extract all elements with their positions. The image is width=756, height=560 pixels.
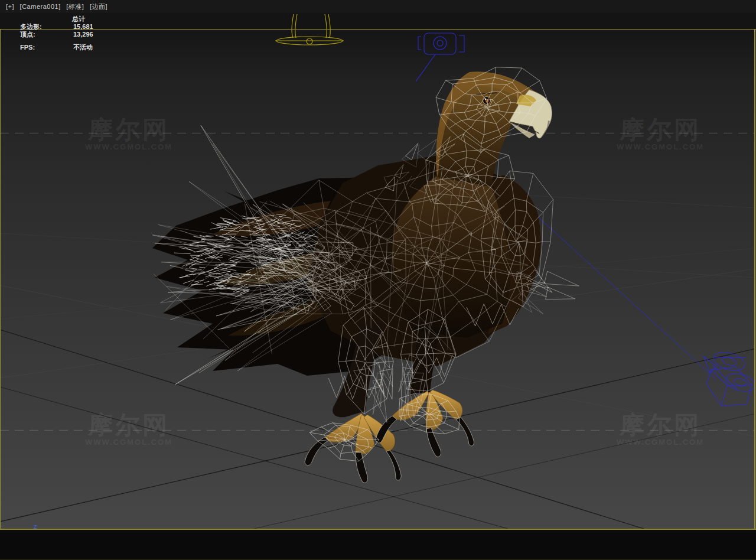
viewport-border-top	[0, 29, 756, 30]
stats-polys-label: 多边形:	[0, 23, 72, 31]
claw	[356, 452, 368, 483]
light-gizmo[interactable]	[416, 33, 464, 82]
claw	[386, 450, 401, 480]
target-helper-gizmo[interactable]	[275, 14, 344, 45]
viewport-camera-label[interactable]: [Camera001]	[20, 3, 61, 10]
viewport-label-bar: [+] [Camera001] [标准] [边面]	[0, 0, 756, 13]
max-viewport-window: [+] [Camera001] [标准] [边面] 总计 多边形: 15,681…	[0, 0, 756, 560]
viewport-border-right	[754, 29, 755, 529]
stats-fps-label: FPS:	[0, 44, 72, 51]
stats-fps-value: 不活动	[72, 44, 93, 51]
bottom-strip	[0, 530, 756, 560]
stats-polys-value: 15,681	[72, 23, 93, 31]
stats-verts-value: 13,296	[72, 31, 93, 38]
viewport-menu-button[interactable]: [+]	[6, 3, 14, 10]
viewport-border-left	[0, 29, 1, 529]
viewport-mode-label[interactable]: [边面]	[90, 3, 107, 10]
claw	[426, 428, 441, 457]
bottom-edge-line	[0, 559, 756, 559]
chest	[392, 176, 510, 338]
stats-total-header: 总计	[0, 15, 85, 23]
statistics-overlay: 总计 多边形: 15,681 顶点: 13,296 FPS: 不活动	[0, 15, 93, 51]
viewport-label[interactable]: [+] [Camera001] [标准] [边面]	[6, 2, 111, 11]
viewport-shading-label[interactable]: [标准]	[66, 3, 84, 10]
claw	[456, 417, 474, 446]
viewport-border-bottom	[0, 529, 756, 530]
stats-verts-label: 顶点:	[0, 31, 72, 38]
eagle-model[interactable]	[152, 67, 579, 483]
